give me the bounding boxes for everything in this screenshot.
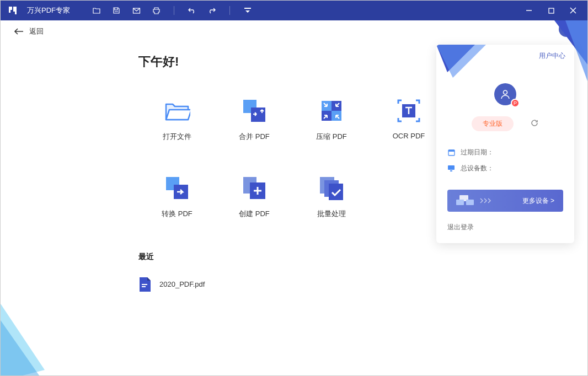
save-icon[interactable] (112, 6, 121, 15)
user-menu-button[interactable] (559, 22, 574, 37)
monitor-icon (447, 165, 455, 173)
refresh-button[interactable] (530, 119, 539, 130)
tile-compress-pdf[interactable]: 压缩 PDF (293, 98, 370, 142)
tile-label: 批量处理 (317, 209, 346, 219)
svg-rect-23 (142, 286, 146, 287)
tile-label: 创建 PDF (239, 209, 270, 219)
svg-rect-4 (549, 8, 554, 13)
back-label: 返回 (29, 26, 44, 36)
expiry-row: 过期日期： (447, 148, 563, 157)
window-controls (525, 6, 582, 15)
svg-point-24 (504, 90, 507, 94)
svg-rect-26 (448, 150, 455, 152)
user-icon (499, 88, 511, 100)
account-info: 过期日期： 总设备数： (436, 131, 574, 179)
user-center-panel: 用户中心 P 专业版 过期日期： (436, 45, 574, 243)
expiry-label: 过期日期： (461, 148, 494, 157)
logout-button[interactable]: 退出登录 (436, 212, 574, 243)
tile-label: 合并 PDF (239, 132, 270, 142)
app-logo-icon (6, 4, 19, 17)
plan-pill[interactable]: 专业版 (472, 116, 514, 131)
app-title: 万兴PDF专家 (27, 6, 70, 15)
svg-rect-21 (329, 184, 343, 200)
merge-pdf-icon (241, 98, 268, 124)
pdf-file-icon (138, 277, 152, 291)
tile-open-file[interactable]: 打开文件 (138, 98, 216, 142)
tile-label: 压缩 PDF (316, 132, 347, 142)
close-button[interactable] (569, 6, 578, 15)
maximize-button[interactable] (547, 6, 555, 15)
device-count-row: 总设备数： (447, 164, 563, 173)
ocr-pdf-icon (395, 98, 422, 124)
toolbar-separator (229, 6, 230, 15)
tile-ocr-pdf[interactable]: OCR PDF (370, 98, 447, 142)
convert-pdf-icon (164, 175, 190, 201)
svg-rect-22 (142, 284, 147, 285)
tile-batch-process[interactable]: 批量处理 (293, 175, 370, 219)
tile-create-pdf[interactable]: 创建 PDF (216, 175, 293, 219)
tile-label: 转换 PDF (162, 209, 193, 219)
dropdown-menu-icon[interactable] (243, 6, 252, 15)
app-window: 万兴PDF专家 (0, 0, 588, 376)
plan-row: 专业版 (436, 116, 574, 131)
toolbar-group (92, 6, 252, 15)
user-center-link[interactable]: 用户中心 (539, 51, 565, 61)
mail-icon[interactable] (132, 6, 141, 15)
batch-process-icon (318, 175, 345, 201)
open-file-icon (164, 98, 190, 124)
refresh-icon (530, 119, 539, 127)
svg-point-7 (565, 26, 568, 29)
svg-rect-2 (244, 8, 251, 9)
file-name: 2020_PDF.pdf (159, 280, 205, 288)
recent-file-item[interactable]: 2020_PDF.pdf (138, 275, 554, 293)
compress-pdf-icon (318, 98, 345, 124)
tile-merge-pdf[interactable]: 合并 PDF (216, 98, 293, 142)
create-pdf-icon (241, 175, 268, 201)
panel-header: 用户中心 (436, 45, 574, 89)
calendar-icon (447, 149, 455, 157)
chevrons-right-icon (479, 197, 493, 204)
subheader: 返回 (1, 20, 587, 42)
toolbar-separator (174, 6, 174, 15)
more-devices-label: 更多设备 > (522, 196, 554, 206)
undo-icon[interactable] (188, 6, 196, 15)
svg-rect-31 (466, 200, 474, 205)
titlebar: 万兴PDF专家 (1, 1, 587, 20)
svg-rect-28 (450, 170, 452, 171)
devices-icon (456, 194, 474, 207)
plan-badge: P (511, 99, 520, 108)
more-devices-button[interactable]: 更多设备 > (447, 190, 563, 212)
recent-header: 最近 (138, 252, 554, 262)
redo-icon[interactable] (207, 6, 216, 15)
tile-label: OCR PDF (393, 132, 425, 140)
open-folder-icon[interactable] (92, 6, 101, 15)
svg-rect-9 (251, 108, 265, 122)
print-icon[interactable] (152, 6, 161, 15)
user-icon (562, 25, 571, 34)
panel-decor-icon (436, 45, 491, 83)
tile-label: 打开文件 (163, 132, 191, 142)
back-button[interactable]: 返回 (14, 26, 44, 36)
tile-convert-pdf[interactable]: 转换 PDF (138, 175, 216, 219)
arrow-left-icon (14, 28, 24, 35)
svg-rect-30 (456, 200, 464, 205)
device-count-label: 总设备数： (461, 164, 494, 173)
minimize-button[interactable] (525, 6, 533, 15)
user-avatar[interactable]: P (494, 83, 516, 105)
svg-rect-27 (448, 165, 455, 170)
